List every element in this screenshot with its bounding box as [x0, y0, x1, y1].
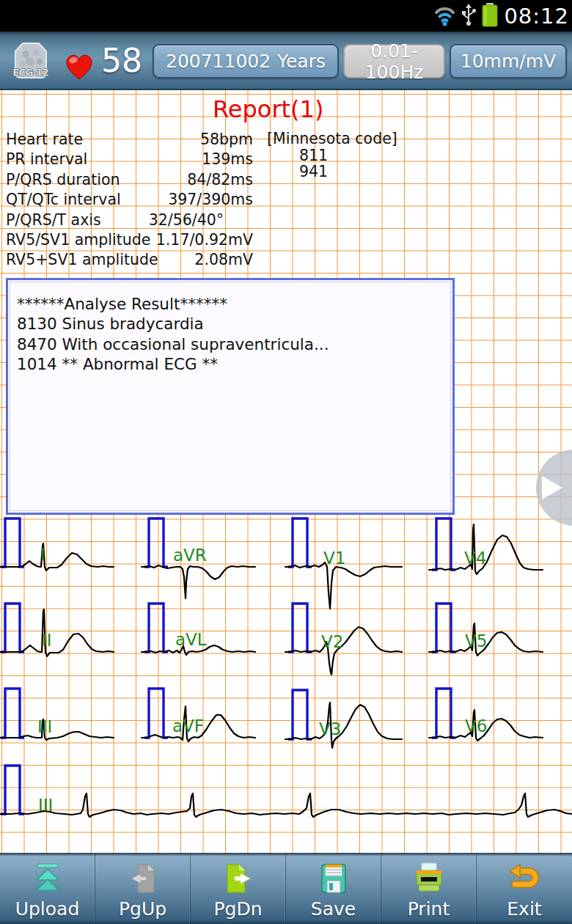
patient-id: 200711002 [166, 51, 271, 72]
lead-label-aVF: aVF [172, 718, 204, 735]
heart-icon [63, 51, 95, 84]
calibration-pulse [432, 689, 455, 738]
page-down-icon [221, 860, 255, 897]
calibration-pulse [432, 518, 455, 570]
status-bar: 08:12 [0, 0, 572, 32]
toolbar-button-label: PgUp [119, 898, 166, 920]
lead-label-V1: V1 [323, 550, 345, 567]
clock-time: 08:12 [504, 4, 569, 29]
lead-label-V6: V6 [465, 718, 487, 735]
rhythm-strip-trace [0, 793, 572, 817]
calibration-pulse [288, 518, 312, 567]
filter-button[interactable]: 0.01-100Hz [343, 44, 445, 78]
lead-trace-I [0, 543, 114, 571]
wifi-icon [433, 3, 456, 29]
lead-label-V2: V2 [321, 634, 343, 650]
lead-label-V4: V4 [464, 550, 486, 567]
save-button[interactable]: Save [286, 853, 381, 924]
calibration-pulse [432, 604, 455, 652]
calibration-pulse [1, 604, 24, 652]
heart-rate-value: 58 [101, 42, 142, 79]
lead-trace-V2 [285, 627, 402, 675]
toolbar-button-label: Print [408, 898, 450, 920]
usb-icon [461, 2, 476, 30]
ecg-app-screen: 08:12 ECG-12 58 200711002 Years 0.01-100… [0, 0, 572, 924]
lead-trace-III [0, 719, 114, 740]
age-unit: Years [277, 51, 326, 72]
lead-label-III: III [37, 719, 52, 736]
lead-label-I: I [40, 546, 45, 563]
calibration-pulse [144, 604, 168, 652]
exit-button[interactable]: Exit [477, 853, 572, 924]
calibration-pulse [1, 766, 24, 814]
app-icon-label: ECG-12 [13, 67, 49, 78]
calibration-pulse [1, 689, 24, 738]
battery-icon [481, 2, 499, 30]
gain-button[interactable]: 10mm/mV [450, 44, 567, 78]
rhythm-lead-label: III [38, 797, 53, 814]
calibration-pulse [144, 518, 168, 567]
exit-icon [507, 860, 541, 897]
lead-label-aVR: aVR [173, 547, 207, 564]
calibration-pulse [288, 690, 312, 739]
lead-label-aVL: aVL [175, 631, 207, 648]
save-icon [317, 860, 351, 897]
toolbar-button-label: Save [311, 898, 356, 920]
ecg12-app-icon[interactable]: ECG-12 [8, 40, 54, 84]
toolbar-button-label: Exit [507, 898, 541, 920]
page-up-icon [126, 860, 160, 897]
upload-icon [31, 860, 65, 897]
toolbar-button-label: PgDn [213, 898, 262, 920]
print-icon [412, 860, 446, 897]
patient-id-button[interactable]: 200711002 Years [153, 44, 339, 78]
ecg-report-paper: Report(1) Heart rate58bpm PR interval139… [0, 90, 572, 853]
ecg-waveforms [0, 90, 572, 853]
calibration-pulse [1, 518, 24, 567]
calibration-pulse [288, 604, 312, 652]
upload-button[interactable]: Upload [0, 853, 95, 924]
header-bar: ECG-12 58 200711002 Years 0.01-100Hz 10m… [0, 32, 572, 90]
lead-trace-II [0, 609, 114, 656]
lead-trace-V3 [285, 703, 402, 748]
play-right-icon [542, 476, 562, 499]
print-button[interactable]: Print [381, 853, 477, 924]
lead-label-V3: V3 [319, 721, 341, 738]
page-down-button[interactable]: PgDn [191, 853, 286, 924]
lead-trace-aVR [142, 565, 255, 598]
calibration-pulse [144, 689, 168, 738]
page-up-button[interactable]: PgUp [95, 853, 191, 924]
bottom-toolbar: Upload PgUp PgDn [0, 853, 572, 924]
lead-label-II: II [42, 632, 52, 649]
toolbar-button-label: Upload [15, 898, 80, 920]
lead-label-V5: V5 [465, 633, 487, 650]
lead-trace-V1 [285, 562, 402, 609]
